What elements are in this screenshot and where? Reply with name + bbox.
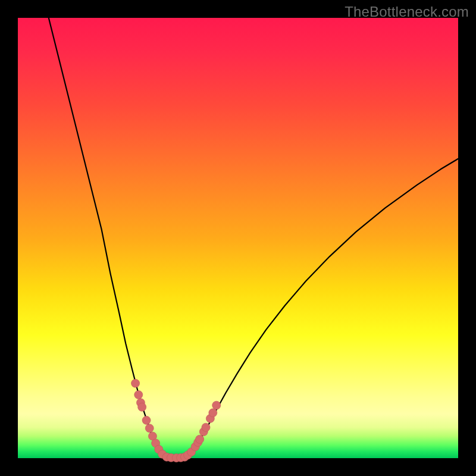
- highlight-dot: [138, 403, 146, 411]
- highlight-dot: [142, 416, 151, 424]
- highlight-dot: [212, 401, 221, 409]
- bottleneck-curve: [49, 18, 458, 458]
- highlight-dot: [134, 390, 143, 399]
- plot-area: [18, 18, 458, 458]
- highlight-dot: [209, 409, 217, 417]
- highlight-dot: [131, 379, 140, 387]
- highlight-dot: [145, 424, 154, 433]
- highlight-dot: [196, 435, 204, 443]
- dots-group: [131, 379, 221, 462]
- highlight-dot: [202, 423, 210, 431]
- chart-svg: [18, 18, 458, 458]
- chart-frame: TheBottleneck.com: [0, 0, 476, 476]
- curve-group: [49, 18, 458, 458]
